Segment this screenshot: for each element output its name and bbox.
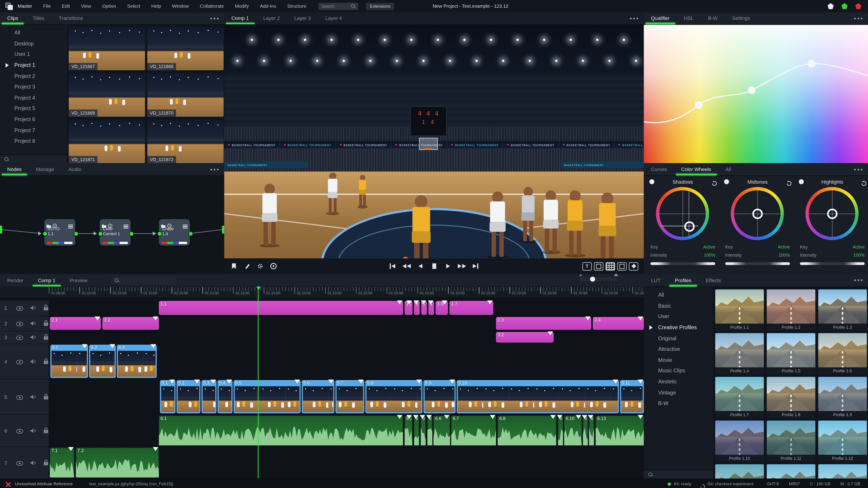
wheels-tab-color-wheels[interactable]: Color Wheels xyxy=(674,163,718,175)
qualifier-tab-qualifier[interactable]: Qualifier xyxy=(644,12,677,24)
track-lane-7[interactable]: 7.17.2 xyxy=(49,447,644,479)
qualifier-spectrum[interactable] xyxy=(644,25,868,163)
node-input-port[interactable] xyxy=(157,231,162,236)
timeline-clip-6.3[interactable]: 6.3 xyxy=(414,416,419,445)
timeline-clip-5.5[interactable]: 5.5 xyxy=(234,380,301,413)
timeline-tab-comp-1[interactable]: Comp 1 xyxy=(31,274,63,287)
clip-marker-flag[interactable] xyxy=(585,317,591,320)
lut-category-user[interactable]: User xyxy=(644,311,712,322)
timeline-clip-6.11[interactable]: 6.11 xyxy=(583,416,588,445)
menu-item-window[interactable]: Window xyxy=(166,3,194,9)
track-audio-icon[interactable] xyxy=(30,458,36,468)
viewer-grid-view-icon[interactable] xyxy=(606,262,615,270)
clip-marker-flag[interactable] xyxy=(153,317,158,320)
track-visibility-icon[interactable] xyxy=(16,303,23,313)
timeline-clip-6.10[interactable]: 6.10 xyxy=(564,416,582,445)
wheel-intensity-slider[interactable] xyxy=(725,262,790,265)
qualifier-panel-menu-button[interactable] xyxy=(848,12,868,24)
curve-point[interactable] xyxy=(748,86,756,94)
viewer-play-circle-icon[interactable] xyxy=(269,261,278,271)
profile-item-partial-0[interactable] xyxy=(715,464,764,479)
menu-item-file[interactable]: File xyxy=(37,3,56,9)
timeline-clip-6.12[interactable]: 6.12 xyxy=(589,416,594,445)
lut-search-input[interactable] xyxy=(644,470,717,479)
clip-marker-flag[interactable] xyxy=(421,300,426,304)
clips-tab-clips[interactable]: Clips xyxy=(0,12,26,24)
viewer-panel-menu-button[interactable] xyxy=(624,12,644,24)
track-visibility-icon[interactable] xyxy=(16,426,23,435)
clip-marker-flag[interactable] xyxy=(95,317,100,320)
clip-marker-flag[interactable] xyxy=(638,380,643,383)
profile-item-profile-1-9[interactable]: Profile 1.9 xyxy=(818,377,867,418)
playhead-marker[interactable] xyxy=(256,287,260,290)
track-audio-icon[interactable] xyxy=(30,392,36,402)
lut-category-basic[interactable]: Basic xyxy=(644,300,712,311)
clip-marker-flag[interactable] xyxy=(406,300,412,304)
clip-marker-flag[interactable] xyxy=(416,380,422,383)
color-wheel-shadows[interactable] xyxy=(656,187,709,240)
timeline-clip-6.4[interactable]: 6.4 xyxy=(421,416,426,445)
track-lock-icon[interactable] xyxy=(43,332,49,343)
track-lane-6[interactable]: 6.16.26.36.46.56.66.76.86.96.106.116.126… xyxy=(49,415,644,447)
clip-marker-flag[interactable] xyxy=(169,380,175,383)
clip-marker-flag[interactable] xyxy=(110,344,115,348)
clips-folder-project-6[interactable]: Project 6 xyxy=(0,114,66,125)
node-menu-icon[interactable] xyxy=(123,221,128,231)
clip-marker-flag[interactable] xyxy=(550,415,556,419)
clip-marker-flag[interactable] xyxy=(358,380,364,383)
menu-item-collaborate[interactable]: Collaborate xyxy=(194,3,229,9)
viewer-bookmark-icon[interactable] xyxy=(228,261,239,271)
color-wheel-highlights[interactable] xyxy=(805,187,859,240)
lut-tab-profiles[interactable]: Profiles xyxy=(668,274,699,287)
clip-marker-flag[interactable] xyxy=(588,415,593,419)
track-lane-4[interactable]: 4.14.24.3 xyxy=(49,344,644,380)
profile-item-profile-1-6[interactable]: Profile 1.6 xyxy=(818,333,867,375)
menu-item-option[interactable]: Option xyxy=(97,3,122,9)
track-audio-icon[interactable] xyxy=(30,357,36,366)
clip-marker-flag[interactable] xyxy=(638,415,643,419)
nodes-tab-manage[interactable]: Manage xyxy=(29,163,61,175)
nodes-tab-nodes[interactable]: Nodes xyxy=(0,163,29,175)
viewer-text-tool-icon[interactable]: T xyxy=(582,262,592,270)
timeline-clip-1.1[interactable]: 1.1 xyxy=(159,301,403,315)
wheels-tab-curves[interactable]: Curves xyxy=(644,163,674,175)
clip-marker-flag[interactable] xyxy=(397,300,402,304)
wheel-master-dot[interactable] xyxy=(724,179,729,184)
transport-stop-button[interactable] xyxy=(429,261,439,271)
profile-item-profile-1-3[interactable]: Profile 1.3 xyxy=(818,289,867,331)
clip-marker-flag[interactable] xyxy=(420,415,425,419)
timeline-clip-4.3[interactable]: 4.3 xyxy=(117,345,157,378)
clip-thumbnail-vd-121872[interactable]: VD_121872 xyxy=(147,120,223,163)
node-output-port[interactable] xyxy=(74,231,79,236)
clip-marker-flag[interactable] xyxy=(194,380,200,383)
transport-step-back-button[interactable] xyxy=(415,261,425,271)
node-graph-canvas[interactable]: SROTO1.1SColorCorrect 1SGrade1.4 xyxy=(0,176,224,274)
timeline-tab-render[interactable]: Render xyxy=(0,274,31,287)
menu-item-help[interactable]: Help xyxy=(146,3,166,9)
menu-item-view[interactable]: View xyxy=(75,3,97,9)
lut-category-creative-profiles[interactable]: Creative Profiles xyxy=(644,322,712,333)
transport-skip-end-button[interactable] xyxy=(471,261,480,271)
timeline-clip-6.2[interactable]: 6.2 xyxy=(405,416,412,445)
track-audio-icon[interactable] xyxy=(30,426,36,435)
clip-marker-flag[interactable] xyxy=(548,331,553,335)
lut-tab-effects[interactable]: Effects xyxy=(699,274,728,287)
timeline-clip-5.1[interactable]: 5.1 xyxy=(160,380,176,413)
track-visibility-icon[interactable] xyxy=(16,392,23,402)
clip-thumbnail-vd-121867[interactable]: VD_121867 xyxy=(69,27,145,70)
nodes-tab-audio[interactable]: Audio xyxy=(61,163,88,175)
clip-marker-flag[interactable] xyxy=(450,380,455,383)
timeline-clip-6.13[interactable]: 6.13 xyxy=(596,416,644,445)
nodes-panel-menu-button[interactable] xyxy=(205,163,224,175)
timeline-search-input[interactable] xyxy=(111,276,177,285)
timeline-zoom-slider[interactable] xyxy=(580,277,617,281)
clips-folder-user-1[interactable]: User 1 xyxy=(0,49,66,60)
timeline-clip-4.2[interactable]: 4.2 xyxy=(89,345,116,378)
clip-marker-flag[interactable] xyxy=(490,415,495,419)
clips-folder-desktop[interactable]: Desktop xyxy=(0,38,66,49)
timeline-clip-6.6[interactable]: 6.6 xyxy=(434,416,450,445)
clip-thumbnail-vd-121870[interactable]: VD_121870 xyxy=(147,74,223,117)
node-input-port[interactable] xyxy=(43,231,48,236)
clip-marker-flag[interactable] xyxy=(328,380,334,383)
viewer-single-view-icon[interactable] xyxy=(594,262,603,270)
